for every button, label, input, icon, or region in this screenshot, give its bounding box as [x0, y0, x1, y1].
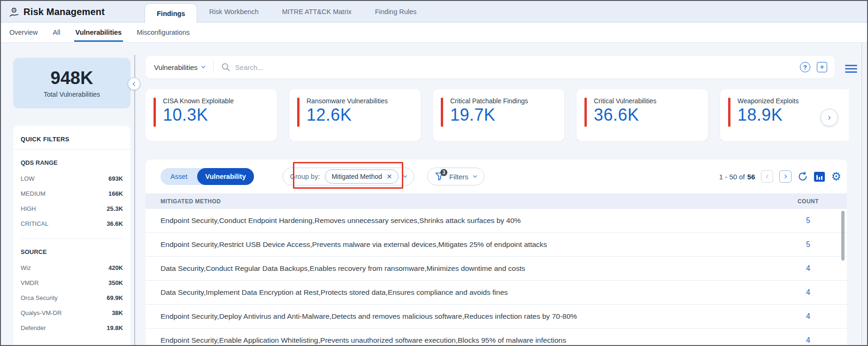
cell-count[interactable]: 4: [769, 288, 847, 297]
chip-label: Mitigated Method: [331, 173, 382, 180]
filter-row-wiz[interactable]: Wiz 420K: [21, 260, 123, 275]
card-cisa-known-exploitable[interactable]: CISA Known Exploitable 10.3K: [146, 89, 277, 141]
table-row[interactable]: Data Security,Conduct Regular Data Backu…: [146, 257, 847, 281]
tab-mitre-attack-matrix[interactable]: MITRE ATT&CK Matrix: [270, 1, 363, 23]
cell-count[interactable]: 5: [769, 240, 847, 249]
cell-count[interactable]: 5: [769, 216, 847, 225]
column-header-count[interactable]: COUNT: [769, 198, 847, 205]
asset-vulnerability-toggle: Asset Vulnerability: [161, 168, 254, 185]
group-by-control: Group by: Mitigated Method ×: [283, 168, 414, 185]
search-bar-actions: ? +: [800, 62, 827, 72]
card-title: Critical Vulnerabilities: [594, 97, 708, 105]
chevron-left-icon: [133, 82, 137, 85]
cell-mitigated-method: Data Security,Implement Data Encryption …: [146, 288, 769, 297]
group-by-chip[interactable]: Mitigated Method ×: [325, 169, 399, 184]
cell-mitigated-method: Endpoint Security,Enable Application Whi…: [146, 336, 769, 345]
quick-filters-title: QUICK FILTERS: [13, 126, 131, 150]
filters-label: Filters: [449, 173, 469, 181]
subnav-misconfigurations[interactable]: Misconfigurations: [137, 29, 190, 36]
next-page-button[interactable]: [779, 170, 791, 183]
risk-management-logo-icon: ⚙: [9, 7, 19, 17]
table-body: Endpoint Security,Conduct Endpoint Harde…: [146, 209, 847, 346]
pagination-total: 56: [747, 173, 755, 181]
section-title: SOURCE: [21, 248, 123, 255]
card-ransomware-vulnerabilities[interactable]: Ransomware Vulnerabilities 12.6K: [289, 89, 421, 141]
red-accent-bar: [297, 98, 300, 127]
sidebar-divider: [134, 55, 135, 346]
cell-count[interactable]: 4: [769, 312, 847, 321]
filter-row-low[interactable]: LOW 693K: [21, 171, 123, 186]
divider: [213, 61, 214, 74]
chart-view-icon[interactable]: [814, 172, 825, 182]
findings-subnav: Overview All Vulnerabilities Misconfigur…: [1, 23, 867, 43]
total-label: Total Vulnerabilities: [44, 91, 100, 98]
chip-close-icon[interactable]: ×: [387, 173, 392, 180]
tab-finding-rules[interactable]: Finding Rules: [363, 1, 429, 23]
subnav-overview[interactable]: Overview: [9, 29, 38, 36]
settings-gear-icon[interactable]: ⚙: [831, 171, 841, 182]
card-title: Critical Patchable Findings: [450, 97, 564, 105]
page-scrollbar-track[interactable]: [861, 43, 868, 346]
filter-row-high[interactable]: HIGH 25.3K: [21, 201, 123, 216]
pagination-range: 1 - 50 of56: [719, 173, 755, 181]
brand: ⚙ Risk Management: [9, 1, 105, 23]
table-row[interactable]: Data Security,Implement Data Encryption …: [146, 281, 847, 305]
menu-icon[interactable]: [845, 63, 857, 75]
cards-carousel-next-button[interactable]: [821, 109, 838, 126]
red-accent-bar: [441, 98, 443, 127]
card-critical-patchable-findings[interactable]: Critical Patchable Findings 19.7K: [433, 89, 564, 141]
toggle-vulnerability[interactable]: Vulnerability: [197, 168, 253, 185]
column-header-mitigated-method[interactable]: MITIGATED METHOD: [146, 198, 769, 205]
cell-count[interactable]: 4: [769, 264, 847, 273]
red-accent-bar: [728, 98, 730, 127]
chevron-down-icon[interactable]: [403, 174, 407, 177]
table-row[interactable]: Endpoint Security,Enable Application Whi…: [146, 329, 847, 346]
qds-range-section: QDS RANGE LOW 693K MEDIUM 166K HIGH 25.3…: [21, 150, 123, 231]
module-tabs: Findings Risk Workbench MITRE ATT&CK Mat…: [145, 1, 428, 23]
add-icon[interactable]: +: [817, 62, 827, 72]
quick-filters-panel: QUICK FILTERS QDS RANGE LOW 693K MEDIUM …: [13, 126, 131, 346]
subnav-all[interactable]: All: [53, 29, 60, 36]
source-section: SOURCE Wiz 420K VMDR 350K Orca Security …: [21, 238, 123, 335]
refresh-icon[interactable]: [798, 171, 808, 182]
filter-row-orca-security[interactable]: Orca Security 69.9K: [21, 290, 123, 305]
filter-row-vmdr[interactable]: VMDR 350K: [21, 275, 123, 290]
table-scrollbar-thumb[interactable]: [841, 211, 845, 261]
table-row[interactable]: Endpoint Security,Restrict USB Device Ac…: [146, 233, 847, 257]
results-panel: Asset Vulnerability Group by: Mitigated …: [146, 160, 847, 346]
toggle-asset[interactable]: Asset: [161, 168, 197, 185]
search-scope-dropdown[interactable]: Vulnerabilities: [146, 63, 213, 71]
filter-row-critical[interactable]: CRITICAL 36.6K: [21, 216, 123, 231]
card-critical-vulnerabilities[interactable]: Critical Vulnerabilities 36.6K: [576, 89, 708, 141]
search-input[interactable]: [230, 63, 800, 71]
app-title: Risk Management: [23, 7, 105, 17]
cell-mitigated-method: Endpoint Security,Deploy Antivirus and A…: [146, 312, 769, 321]
cell-mitigated-method: Data Security,Conduct Regular Data Backu…: [146, 264, 769, 273]
card-value: 12.6K: [307, 105, 421, 125]
tab-findings[interactable]: Findings: [145, 3, 197, 23]
chevron-left-icon: [766, 175, 770, 178]
red-accent-bar: [584, 98, 587, 127]
filter-row-medium[interactable]: MEDIUM 166K: [21, 186, 123, 201]
card-title: Weaponized Exploits: [737, 97, 849, 105]
table-header: MITIGATED METHOD COUNT: [146, 193, 847, 209]
red-accent-bar: [154, 98, 156, 127]
help-icon[interactable]: ?: [800, 62, 810, 72]
table-row[interactable]: Endpoint Security,Deploy Antivirus and A…: [146, 305, 847, 329]
cell-count[interactable]: 4: [769, 336, 847, 345]
filters-button[interactable]: 3 Filters: [427, 168, 484, 185]
tab-risk-workbench[interactable]: Risk Workbench: [197, 1, 270, 23]
prev-page-button[interactable]: [761, 170, 773, 183]
group-by-label: Group by:: [290, 173, 320, 180]
table-row[interactable]: Endpoint Security,Conduct Endpoint Harde…: [146, 209, 847, 233]
subnav-vulnerabilities[interactable]: Vulnerabilities: [76, 29, 122, 36]
top-header: ⚙ Risk Management Findings Risk Workbenc…: [1, 1, 867, 23]
filter-row-defender[interactable]: Defender 19.8K: [21, 320, 123, 335]
total-count: 948K: [51, 68, 93, 88]
filters-count-badge: 3: [440, 169, 447, 176]
card-value: 19.7K: [450, 105, 564, 125]
sidebar-collapse-button[interactable]: [128, 77, 140, 90]
pagination: 1 - 50 of56 ⚙: [719, 170, 841, 183]
filter-row-qualys-vm-dr[interactable]: Qualys-VM-DR 38K: [21, 305, 123, 320]
section-title: QDS RANGE: [21, 159, 123, 166]
